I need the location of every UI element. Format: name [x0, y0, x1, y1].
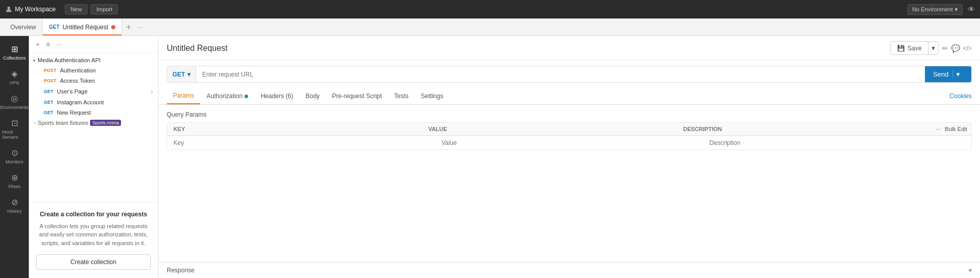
params-table: KEY VALUE DESCRIPTION ··· Bulk Edit — [167, 122, 972, 150]
expand-arrow-icon: › — [151, 88, 153, 95]
query-params-title: Query Params — [167, 111, 972, 118]
mock-servers-icon: ⊡ — [11, 118, 18, 128]
method-selector[interactable]: GET ▾ — [167, 67, 196, 82]
topbar-actions: New Import — [65, 4, 118, 14]
save-chevron-button[interactable]: ▾ — [928, 42, 938, 54]
auth-active-dot — [244, 95, 248, 98]
save-icon: 💾 — [897, 45, 905, 52]
params-empty-row — [167, 136, 971, 150]
unsaved-dot — [111, 25, 115, 29]
tree-item-instagram-account[interactable]: GET Instagram Account — [29, 97, 158, 107]
edit-button[interactable]: ✏ — [942, 44, 948, 52]
chevron-right-icon: › — [34, 120, 36, 126]
workspace-selector[interactable]: My Workspace — [5, 6, 56, 13]
bulk-edit-button[interactable]: Bulk Edit — [945, 126, 967, 132]
topbar-right: No Environment ▾ 👁 — [907, 4, 975, 15]
description-input[interactable] — [709, 139, 965, 146]
person-icon — [5, 6, 12, 13]
send-button-group: Send ▾ — [925, 66, 971, 82]
tab-authorization[interactable]: Authorization — [200, 88, 254, 104]
key-cell — [167, 136, 435, 150]
sidebar-item-environments[interactable]: ◎ Environments — [0, 89, 29, 114]
new-button[interactable]: New — [65, 4, 87, 14]
topbar: My Workspace New Import No Environment ▾… — [0, 0, 980, 18]
key-column-header: KEY — [167, 123, 422, 135]
sidebar-item-collections[interactable]: ⊞ Collections — [0, 40, 29, 65]
tab-headers[interactable]: Headers (6) — [254, 88, 299, 104]
request-tabs: Params Authorization Headers (6) Body Pr… — [159, 88, 980, 105]
create-collection-title: Create a collection for your requests — [36, 211, 151, 218]
send-chevron-icon[interactable]: ▾ — [953, 70, 963, 78]
request-actions: 💾 Save ▾ ✏ 💬 </> — [890, 41, 972, 55]
sidebar-item-monitors[interactable]: ⊙ Monitors — [0, 144, 29, 169]
tab-bar: Overview GET Untitled Request + ··· — [0, 18, 980, 36]
environments-icon: ◎ — [11, 94, 18, 103]
overview-tab[interactable]: Overview — [4, 18, 42, 35]
request-title: Untitled Request — [167, 44, 885, 53]
params-table-header: KEY VALUE DESCRIPTION ··· Bulk Edit — [167, 123, 971, 136]
flows-icon: ⊛ — [11, 173, 18, 182]
create-collection-description: A collection lets you group related requ… — [36, 222, 151, 248]
save-main-button[interactable]: 💾 Save — [891, 42, 927, 54]
new-tab-button[interactable]: + — [122, 23, 135, 32]
request-area: Untitled Request 💾 Save ▾ ✏ 💬 </> GET ▾ — [159, 36, 980, 278]
collection-tree: ▾ Media Authentication API POST Authenti… — [29, 53, 158, 202]
tab-body[interactable]: Body — [300, 88, 326, 104]
code-button[interactable]: </> — [963, 45, 972, 52]
value-column-header: VALUE — [422, 123, 677, 135]
comment-button[interactable]: 💬 — [951, 44, 960, 52]
tab-method-badge: GET — [49, 24, 60, 30]
collections-icon: ⊞ — [11, 44, 18, 54]
env-label: No Environment — [912, 6, 953, 12]
send-label[interactable]: Send — [933, 70, 949, 78]
tab-more-button[interactable]: ··· — [135, 24, 145, 31]
tree-item-users-page[interactable]: GET User's Page › — [29, 86, 158, 97]
bulk-edit-area: ··· Bulk Edit — [932, 123, 971, 135]
history-icon: ⊘ — [11, 197, 18, 207]
description-cell — [703, 136, 971, 150]
tree-item-authentication[interactable]: POST Authentication — [29, 65, 158, 76]
create-collection-section: Create a collection for your requests A … — [29, 202, 158, 279]
panel-more-button[interactable]: ··· — [55, 39, 64, 49]
request-tab-untitled[interactable]: GET Untitled Request — [42, 18, 122, 35]
url-input[interactable] — [196, 67, 925, 82]
sidebar-item-flows[interactable]: ⊛ Flows — [0, 169, 29, 193]
save-button-group: 💾 Save ▾ — [890, 41, 938, 55]
create-collection-button[interactable]: Create collection — [36, 254, 151, 270]
url-bar: GET ▾ Send ▾ — [167, 66, 972, 83]
method-label: GET — [172, 71, 185, 78]
chevron-down-icon: ▾ — [33, 58, 36, 63]
panel-header: + ≡ ··· — [29, 36, 158, 53]
environment-selector[interactable]: No Environment ▾ — [907, 4, 962, 15]
add-collection-button[interactable]: + — [34, 39, 41, 49]
workspace-name-label: My Workspace — [15, 6, 56, 13]
value-input[interactable] — [442, 139, 697, 146]
tab-tests[interactable]: Tests — [388, 88, 415, 104]
response-chevron-icon[interactable]: ▾ — [969, 267, 972, 274]
chevron-down-icon: ▾ — [955, 6, 958, 13]
tree-item-new-request[interactable]: GET New Request — [29, 107, 158, 118]
key-input[interactable] — [173, 139, 429, 146]
import-button[interactable]: Import — [91, 4, 118, 14]
value-cell — [435, 136, 704, 150]
tab-settings[interactable]: Settings — [415, 88, 449, 104]
sidebar-item-history[interactable]: ⊘ History — [0, 193, 29, 218]
collection-media-auth[interactable]: ▾ Media Authentication API — [29, 55, 158, 65]
tab-params[interactable]: Params — [167, 88, 200, 104]
tab-pre-request[interactable]: Pre-request Script — [326, 88, 388, 104]
tree-item-access-token[interactable]: POST Access Token — [29, 76, 158, 86]
collection-sports-fixtures[interactable]: › Sports team fixtures Sports Arena — [29, 118, 158, 128]
response-area: Response ▾ — [159, 262, 980, 278]
params-more-icon[interactable]: ··· — [936, 126, 940, 132]
left-sidebar: ⊞ Collections ◈ APIs ◎ Environments ⊡ Mo… — [0, 36, 29, 278]
eye-icon[interactable]: 👁 — [968, 5, 975, 13]
sidebar-item-mock-servers[interactable]: ⊡ Mock Servers — [0, 114, 29, 144]
filter-button[interactable]: ≡ — [44, 39, 51, 49]
response-label: Response — [167, 267, 969, 274]
sidebar-item-apis[interactable]: ◈ APIs — [0, 65, 29, 89]
monitors-icon: ⊙ — [11, 148, 18, 158]
svg-point-0 — [7, 7, 10, 9]
apis-icon: ◈ — [11, 69, 18, 79]
cookies-link[interactable]: Cookies — [950, 92, 972, 100]
tab-request-name: Untitled Request — [63, 24, 109, 31]
